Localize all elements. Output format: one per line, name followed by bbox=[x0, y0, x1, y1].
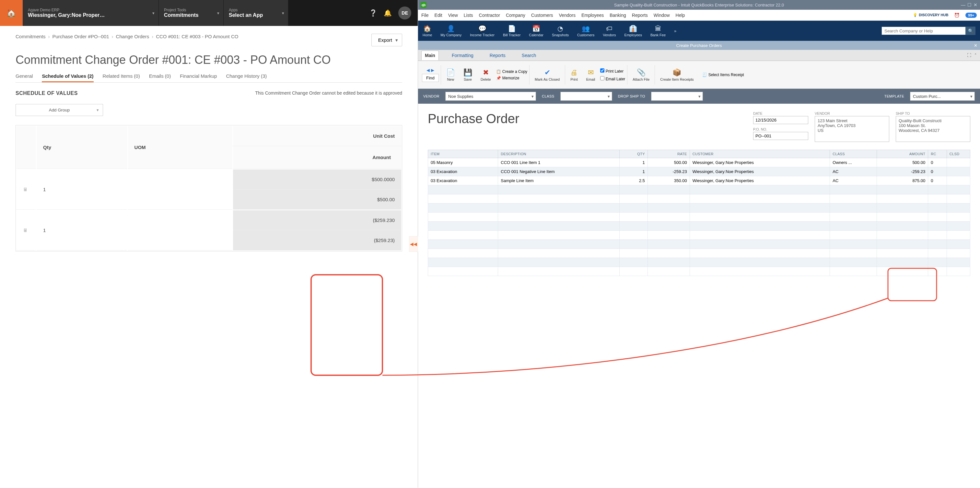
menu-window[interactable]: Window bbox=[654, 13, 670, 18]
create-copy-button[interactable]: 📋Create a Copy bbox=[496, 69, 527, 74]
add-group-button[interactable]: Add Group bbox=[16, 104, 103, 116]
memorize-button[interactable]: 📌Memorize bbox=[496, 76, 527, 80]
help-icon[interactable]: ❔ bbox=[369, 9, 377, 17]
table-row[interactable] bbox=[428, 213, 970, 222]
tab-general[interactable]: General bbox=[16, 71, 33, 82]
reminder-icon[interactable]: ⏰ bbox=[954, 13, 959, 18]
table-row[interactable]: 05 MasonryCCO 001 Line Item 11500.00Wies… bbox=[428, 158, 970, 167]
doc-close-icon[interactable]: ✕ bbox=[974, 43, 977, 48]
table-row[interactable] bbox=[428, 249, 970, 258]
email-button[interactable]: ✉Email bbox=[583, 68, 598, 81]
collapse-handle[interactable]: ◀◀ bbox=[409, 236, 418, 252]
dropship-select[interactable] bbox=[651, 92, 703, 101]
tab-markup[interactable]: Financial Markup bbox=[180, 71, 217, 82]
table-row[interactable]: 🖩 1 $500.0000 $500.00 bbox=[16, 170, 401, 210]
tb-income-tracker[interactable]: 💬Income Tracker bbox=[470, 25, 495, 37]
tab-sov[interactable]: Schedule of Values (2) bbox=[42, 71, 93, 82]
save-button[interactable]: 💾Save bbox=[460, 68, 476, 81]
select-items-receipt-button[interactable]: 🧾Select Items Receipt bbox=[702, 73, 744, 77]
table-row[interactable]: 🖩 1 ($259.230 ($259.23) bbox=[16, 210, 401, 251]
page-title: Commitment Change Order #001: CE #003 - … bbox=[16, 53, 402, 67]
menu-view[interactable]: View bbox=[448, 13, 458, 18]
tab-emails[interactable]: Emails (0) bbox=[149, 71, 171, 82]
menu-employees[interactable]: Employees bbox=[581, 13, 604, 18]
menu-file[interactable]: File bbox=[421, 13, 429, 18]
table-row[interactable]: 03 ExcavationSample Line Item2.5350.00Wi… bbox=[428, 176, 970, 185]
search-button[interactable]: 🔍 bbox=[966, 27, 975, 35]
new-button[interactable]: 📄New bbox=[443, 68, 458, 81]
export-button[interactable]: Export bbox=[371, 34, 402, 46]
class-select[interactable] bbox=[560, 92, 612, 101]
template-select[interactable]: Custom Purc... bbox=[910, 92, 975, 101]
menu-reports[interactable]: Reports bbox=[632, 13, 648, 18]
table-row[interactable] bbox=[428, 258, 970, 267]
project-tools-selector[interactable]: Project Tools Commitments bbox=[159, 0, 224, 26]
notification-badge[interactable]: 99+ bbox=[966, 13, 977, 18]
attach-file-button[interactable]: 📎Attach File bbox=[629, 68, 653, 81]
tab-reports[interactable]: Reports bbox=[487, 51, 509, 60]
table-row[interactable] bbox=[428, 231, 970, 240]
menu-edit[interactable]: Edit bbox=[434, 13, 442, 18]
find-button[interactable]: Find bbox=[422, 74, 439, 82]
avatar[interactable]: DE bbox=[398, 6, 411, 19]
create-item-receipts-button[interactable]: 📦Create Item Receipts bbox=[657, 68, 697, 81]
menu-company[interactable]: Company bbox=[506, 13, 525, 18]
tb-customers[interactable]: 👥Customers bbox=[577, 25, 594, 37]
tb-calendar[interactable]: 📅Calendar bbox=[529, 25, 544, 37]
tb-employees[interactable]: 👔Employees bbox=[625, 25, 642, 37]
menu-contractor[interactable]: Contractor bbox=[479, 13, 500, 18]
print-button[interactable]: 🖨Print bbox=[567, 68, 581, 81]
toolbar-overflow-icon[interactable]: » bbox=[674, 29, 676, 33]
tb-my-company[interactable]: 👤My Company bbox=[441, 25, 461, 37]
expand-icon[interactable]: ⛶ bbox=[967, 53, 971, 58]
tab-main[interactable]: Main bbox=[421, 51, 439, 60]
apps-selector[interactable]: Apps Select an App bbox=[224, 0, 288, 26]
vendor-address[interactable]: 123 Main Street AnyTown, CA 19703 US bbox=[815, 116, 889, 142]
tab-search[interactable]: Search bbox=[519, 51, 539, 60]
tab-related[interactable]: Related Items (0) bbox=[103, 71, 140, 82]
erp-selector[interactable]: Agave Demo ERP Wiessinger, Gary:Noe Prop… bbox=[23, 0, 159, 26]
tab-history[interactable]: Change History (3) bbox=[226, 71, 267, 82]
project-tools-label: Project Tools bbox=[164, 8, 218, 12]
tab-formatting[interactable]: Formatting bbox=[449, 51, 477, 60]
email-later-checkbox[interactable]: Email Later bbox=[600, 76, 625, 81]
print-later-checkbox[interactable]: Print Later bbox=[600, 68, 625, 73]
tb-bank-feeds[interactable]: 🏛Bank Fee bbox=[651, 25, 666, 37]
mark-closed-button[interactable]: ✔Mark As Closed bbox=[531, 68, 563, 81]
crumb-change-orders[interactable]: Change Orders bbox=[116, 34, 150, 39]
maximize-icon[interactable]: ☐ bbox=[967, 2, 972, 8]
col-uom: UOM bbox=[128, 126, 233, 169]
tb-home[interactable]: 🏠Home bbox=[423, 25, 432, 37]
pono-input[interactable] bbox=[753, 132, 808, 140]
table-row[interactable] bbox=[428, 185, 970, 194]
chevron-up-icon[interactable]: ˄ bbox=[975, 53, 977, 58]
bell-icon[interactable]: 🔔 bbox=[384, 9, 392, 17]
search-input[interactable] bbox=[881, 27, 966, 35]
menu-help[interactable]: Help bbox=[676, 13, 685, 18]
menu-vendors[interactable]: Vendors bbox=[559, 13, 576, 18]
table-row[interactable] bbox=[428, 267, 970, 276]
table-row[interactable] bbox=[428, 240, 970, 249]
shipto-address[interactable]: Quality-Built Constructi 100 Mason St. W… bbox=[896, 116, 970, 142]
vendor-select[interactable]: Noe Supplies bbox=[445, 92, 536, 101]
next-icon[interactable]: ▶ bbox=[431, 68, 434, 73]
table-row[interactable] bbox=[428, 194, 970, 203]
crumb-po[interactable]: Purchase Order #PO--001 bbox=[52, 34, 109, 39]
menu-customers[interactable]: Customers bbox=[531, 13, 553, 18]
table-row[interactable] bbox=[428, 222, 970, 231]
prev-icon[interactable]: ◀ bbox=[426, 68, 430, 73]
table-row[interactable]: 03 ExcavationCCO 001 Negative Line Item1… bbox=[428, 167, 970, 176]
menu-lists[interactable]: Lists bbox=[464, 13, 473, 18]
tb-vendors[interactable]: 🏷Vendors bbox=[603, 25, 616, 37]
delete-button[interactable]: ✖Delete bbox=[477, 68, 494, 81]
crumb-commitments[interactable]: Commitments bbox=[16, 34, 46, 39]
tb-snapshots[interactable]: ◔Snapshots bbox=[552, 25, 569, 37]
table-row[interactable] bbox=[428, 203, 970, 213]
home-button[interactable]: 🏠 bbox=[0, 0, 23, 26]
menu-banking[interactable]: Banking bbox=[609, 13, 626, 18]
tb-bill-tracker[interactable]: 📄Bill Tracker bbox=[503, 25, 520, 37]
discovery-hub-button[interactable]: 💡DISCOVERY HUB bbox=[913, 13, 948, 17]
close-icon[interactable]: ✕ bbox=[974, 2, 977, 8]
date-input[interactable] bbox=[753, 116, 808, 124]
minimize-icon[interactable]: — bbox=[961, 2, 966, 8]
